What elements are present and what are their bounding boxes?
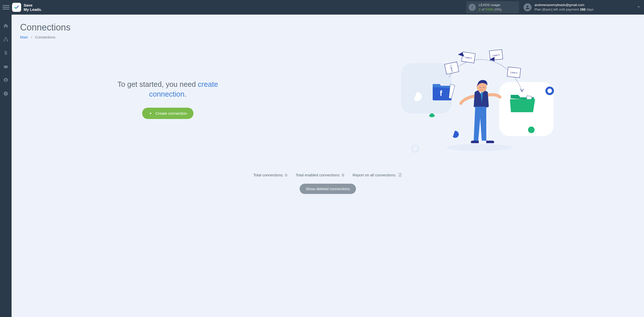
usage-current: 2 [479, 8, 481, 11]
sidebar-item-home[interactable] [0, 22, 12, 30]
stat-report: Report on all connections: [352, 173, 402, 177]
briefcase-icon [3, 64, 8, 69]
help-icon: ? [3, 91, 8, 96]
menu-toggle[interactable] [3, 4, 10, 11]
plus-icon: ＋ [149, 111, 152, 116]
sidebar: $ ? [0, 15, 12, 317]
sidebar-item-work[interactable] [0, 62, 12, 70]
connections-stats: Total connections: 0 Total enabled conne… [20, 173, 635, 177]
breadcrumb-current: Connections [35, 35, 56, 39]
app-header: Save My Leads. i LEADS usage: 2 of 5'000… [0, 0, 644, 15]
svg-point-6 [5, 79, 6, 80]
create-connection-button[interactable]: ＋ Create connection [142, 108, 194, 119]
sidebar-item-help[interactable]: ? [0, 90, 12, 98]
svg-rect-2 [4, 40, 5, 41]
document-icon[interactable] [398, 173, 402, 177]
svg-point-26 [480, 87, 481, 88]
breadcrumb-main-link[interactable]: Main [20, 35, 28, 39]
usage-max: 5'000 [485, 8, 494, 11]
sidebar-item-account[interactable] [0, 76, 12, 84]
svg-point-13 [528, 127, 535, 133]
account-menu[interactable]: andrewsavemyleads@gmail.com Plan |Basic|… [524, 3, 640, 12]
info-icon[interactable]: i [469, 4, 476, 11]
leads-usage-panel: i LEADS usage: 2 of 5'000 (0%) [466, 1, 519, 13]
sidebar-item-connections[interactable] [0, 35, 12, 43]
page-title: Connections [20, 22, 635, 33]
svg-rect-1 [5, 37, 7, 38]
brand-name: Save My Leads. [24, 3, 42, 12]
svg-point-14 [447, 144, 512, 151]
stat-enabled: Total enabled connections: 0 [296, 173, 344, 177]
user-circle-icon [3, 77, 8, 83]
usage-pct: (0%) [495, 8, 502, 11]
usage-label: LEADS usage: [479, 3, 502, 7]
app-logo[interactable] [12, 3, 21, 12]
show-deleted-button[interactable]: Show deleted connections [300, 184, 356, 194]
dollar-icon: $ [4, 50, 7, 56]
svg-text:?: ? [5, 92, 7, 95]
account-email: andrewsavemyleads@gmail.com [535, 3, 594, 7]
avatar [524, 3, 532, 11]
svg-point-0 [527, 6, 528, 7]
breadcrumb: Main / Connections [20, 35, 635, 39]
check-icon [14, 5, 19, 10]
home-icon [3, 23, 8, 28]
account-plan: Plan |Basic| left until payment 192 days [535, 7, 594, 12]
svg-text:f: f [440, 89, 442, 97]
sidebar-item-billing[interactable]: $ [0, 49, 12, 57]
empty-state-illustration: f Lead 1 [323, 49, 635, 155]
svg-point-27 [484, 87, 484, 88]
user-icon [525, 5, 530, 10]
svg-rect-4 [4, 66, 8, 68]
stat-total: Total connections: 0 [253, 173, 287, 177]
chevron-down-icon [637, 5, 640, 10]
empty-state-message: To get started, you need create connecti… [110, 80, 226, 99]
sitemap-icon [3, 37, 8, 42]
svg-rect-3 [7, 40, 8, 41]
svg-point-12 [412, 145, 418, 152]
main-content: Connections Main / Connections To get st… [12, 15, 644, 317]
